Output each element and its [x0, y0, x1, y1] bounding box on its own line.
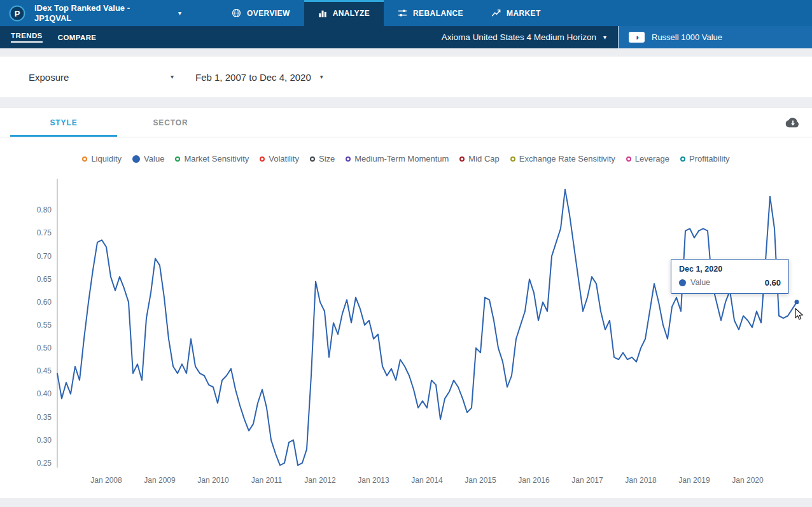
portfolio-title: iDex Top Ranked Value - JP1QVAL: [34, 3, 160, 24]
tab-rebalance[interactable]: REBALANCE: [384, 0, 477, 26]
legend-item-market-sensitivity[interactable]: Market Sensitivity: [175, 154, 249, 163]
tab-label: REBALANCE: [413, 9, 463, 18]
legend-item-leverage[interactable]: Leverage: [626, 154, 669, 163]
legend-item-exchange-rate-sensitivity[interactable]: Exchange Rate Sensitivity: [510, 154, 615, 163]
subnav-item-trends[interactable]: TRENDS: [11, 32, 43, 43]
tooltip-series-dot: [679, 279, 686, 286]
legend-marker-circle-icon: [132, 155, 140, 163]
legend-marker-circle-icon: [260, 156, 265, 162]
y-tick-label: 0.70: [37, 252, 52, 261]
benchmark-selector[interactable]: ◑ Russell 1000 Value: [618, 26, 812, 48]
tooltip-date: Dec 1, 2020: [679, 265, 781, 274]
legend-item-size[interactable]: Size: [310, 154, 335, 163]
caret-down-icon: ▾: [171, 74, 174, 80]
contrast-toggle-icon[interactable]: ◑: [629, 32, 645, 43]
legend-item-profitability[interactable]: Profitability: [680, 154, 730, 163]
primary-tabs: OVERVIEW ANALYZE REBALANCE: [218, 0, 555, 26]
date-range-dropdown[interactable]: Feb 1, 2007 to Dec 4, 2020 ▾: [195, 72, 323, 83]
risk-model-label: Axioma United States 4 Medium Horizon: [442, 32, 596, 42]
y-tick-label: 0.50: [37, 344, 52, 352]
legend-marker-circle-icon: [626, 156, 631, 162]
panel-tabs: STYLE SECTOR: [0, 108, 812, 137]
x-tick-label: Jan 2011: [251, 476, 283, 485]
y-tick-label: 0.65: [37, 275, 52, 284]
tooltip-row: Value 0.60: [679, 278, 781, 288]
caret-down-icon: ▾: [178, 10, 181, 17]
tab-overview[interactable]: OVERVIEW: [218, 0, 304, 26]
legend-marker-circle-icon: [175, 156, 180, 162]
bar-chart-icon: [318, 9, 327, 18]
line-chart-icon: [491, 8, 501, 18]
x-tick-label: Jan 2008: [90, 476, 122, 485]
sliders-icon: [398, 8, 407, 18]
y-tick-label: 0.40: [37, 389, 52, 398]
legend-label: Profitability: [689, 154, 730, 163]
x-tick-label: Jan 2018: [625, 476, 657, 485]
x-tick-label: Jan 2015: [465, 476, 496, 485]
tooltip-value: 0.60: [765, 278, 781, 288]
risk-model-selector[interactable]: Axioma United States 4 Medium Horizon ▾: [430, 26, 618, 48]
legend-item-value[interactable]: Value: [132, 154, 164, 163]
legend-label: Leverage: [635, 154, 669, 163]
x-tick-label: Jan 2010: [197, 476, 229, 485]
exposure-chart-svg[interactable]: 0.250.300.350.400.450.500.550.600.650.70…: [8, 174, 804, 492]
download-cloud-icon[interactable]: [783, 116, 801, 132]
legend-label: Medium-Term Momentum: [354, 154, 449, 163]
tab-sector[interactable]: SECTOR: [117, 108, 224, 137]
chart-legend: LiquidityValueMarket SensitivityVolatili…: [0, 154, 812, 163]
metric-dropdown[interactable]: Exposure ▾: [29, 72, 174, 83]
tooltip-series-label: Value: [690, 278, 710, 287]
app-logo[interactable]: P: [0, 0, 34, 26]
legend-marker-circle-icon: [82, 156, 87, 162]
y-tick-label: 0.60: [37, 298, 52, 307]
legend-label: Market Sensitivity: [184, 154, 249, 163]
x-tick-label: Jan 2019: [678, 476, 710, 485]
metric-dropdown-label: Exposure: [29, 72, 69, 83]
x-tick-label: Jan 2012: [304, 476, 336, 485]
x-tick-label: Jan 2017: [571, 476, 603, 485]
portfolio-selector[interactable]: iDex Top Ranked Value - JP1QVAL ▾: [34, 0, 218, 26]
x-tick-label: Jan 2020: [732, 476, 764, 485]
y-tick-label: 0.45: [37, 366, 52, 375]
legend-marker-circle-icon: [310, 156, 315, 162]
y-tick-label: 0.55: [37, 321, 52, 330]
y-tick-label: 0.35: [37, 413, 52, 422]
legend-marker-circle-icon: [510, 156, 515, 162]
chart-tooltip: Dec 1, 2020 Value 0.60: [671, 259, 789, 294]
legend-item-liquidity[interactable]: Liquidity: [82, 154, 122, 163]
tab-style[interactable]: STYLE: [10, 108, 117, 137]
svg-text:P: P: [15, 9, 20, 18]
legend-item-volatility[interactable]: Volatility: [260, 154, 299, 163]
legend-marker-circle-icon: [346, 156, 351, 162]
y-tick-label: 0.25: [37, 459, 52, 468]
legend-label: Size: [319, 154, 335, 163]
legend-item-medium-term-momentum[interactable]: Medium-Term Momentum: [346, 154, 449, 163]
app: P iDex Top Ranked Value - JP1QVAL ▾ OVER…: [0, 0, 812, 498]
legend-label: Liquidity: [91, 154, 122, 163]
legend-marker-circle-icon: [680, 156, 685, 162]
x-tick-label: Jan 2016: [518, 476, 550, 485]
exposure-chart[interactable]: 0.250.300.350.400.450.500.550.600.650.70…: [8, 174, 804, 492]
hover-point-marker: [795, 300, 799, 304]
legend-item-mid-cap[interactable]: Mid Cap: [459, 154, 499, 163]
caret-down-icon: ▾: [603, 34, 606, 41]
subnav-links: TRENDS COMPARE: [0, 26, 430, 48]
y-tick-label: 0.75: [37, 228, 52, 237]
legend-label: Volatility: [269, 154, 299, 163]
top-navigation-bar: P iDex Top Ranked Value - JP1QVAL ▾ OVER…: [0, 0, 812, 26]
subnav-item-compare[interactable]: COMPARE: [58, 34, 97, 41]
benchmark-label: Russell 1000 Value: [652, 32, 722, 42]
tab-analyze[interactable]: ANALYZE: [304, 0, 384, 26]
date-range-label: Feb 1, 2007 to Dec 4, 2020: [195, 72, 311, 83]
y-tick-label: 0.80: [37, 205, 52, 214]
globe-icon: [232, 8, 241, 18]
tab-label: OVERVIEW: [247, 9, 290, 18]
logo-icon: P: [9, 5, 25, 22]
tab-market[interactable]: MARKET: [477, 0, 555, 26]
legend-label: Mid Cap: [468, 154, 499, 163]
tab-label: ANALYZE: [333, 9, 370, 18]
x-tick-label: Jan 2009: [144, 476, 176, 485]
value-series-line: [57, 190, 797, 466]
secondary-bar: TRENDS COMPARE Axioma United States 4 Me…: [0, 26, 812, 48]
filter-bar: Exposure ▾ Feb 1, 2007 to Dec 4, 2020 ▾: [0, 57, 812, 97]
